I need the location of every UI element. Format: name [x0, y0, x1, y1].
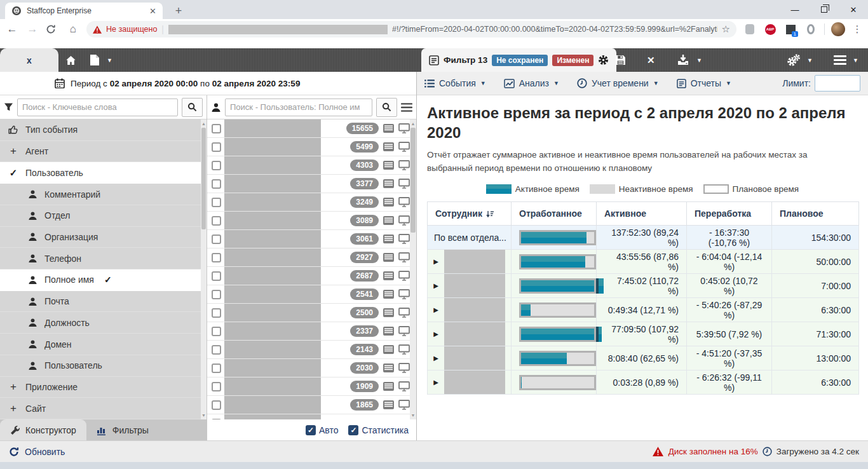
user-checkbox[interactable]	[212, 124, 221, 133]
scrollbar-thumb[interactable]	[201, 128, 206, 229]
user-row[interactable]: 2143	[207, 341, 410, 359]
address-bar[interactable]: Не защищено | #!/?timeFrom=2020-04-02T00…	[86, 21, 736, 37]
menu-item-3[interactable]: Отчеты▼	[677, 78, 731, 88]
event-list-icon[interactable]	[383, 290, 394, 299]
table-row[interactable]: ▶0:49:34 (12,71 %)- 5:40:26 (-87,29 %)6:…	[428, 298, 859, 322]
column-header-1[interactable]: Отработанное	[512, 202, 597, 226]
scroll-up-icon[interactable]: ▲	[410, 119, 416, 128]
home-icon[interactable]: ⌂	[66, 23, 80, 36]
settings-gears-icon[interactable]	[787, 48, 801, 72]
users-search-input[interactable]	[225, 99, 372, 116]
monitor-icon[interactable]	[398, 179, 410, 189]
window-restore-button[interactable]	[810, 0, 839, 19]
sidebar-item-1[interactable]: +Агент	[0, 141, 201, 163]
scrollbar-thumb[interactable]	[410, 128, 416, 233]
close-filter-icon[interactable]: ✕	[647, 48, 655, 72]
download-icon[interactable]	[677, 48, 689, 72]
monitor-icon[interactable]	[398, 381, 410, 391]
user-row[interactable]: 4303	[207, 156, 410, 175]
sort-icon[interactable]	[486, 210, 494, 218]
user-checkbox[interactable]	[212, 142, 221, 152]
window-minimize-button[interactable]: —	[780, 0, 810, 19]
period-bar[interactable]: Период с 02 апреля 2020 00:00 по 02 апре…	[0, 72, 416, 95]
user-checkbox[interactable]	[212, 400, 221, 410]
sidebar-item-13[interactable]: +Сайт	[0, 398, 201, 419]
close-panel-tab[interactable]: x	[0, 48, 58, 72]
event-list-icon[interactable]	[383, 327, 394, 336]
user-row[interactable]: 3249	[207, 193, 410, 212]
keywords-search-input[interactable]	[17, 99, 178, 116]
expand-row-icon[interactable]: ▶	[428, 355, 444, 362]
sidebar-item-2[interactable]: ✓Пользователь	[0, 162, 201, 184]
user-row[interactable]: 5499	[207, 138, 410, 156]
download-caret-icon[interactable]: ▼	[696, 48, 702, 72]
monitor-icon[interactable]	[398, 234, 410, 244]
event-list-icon[interactable]	[383, 308, 394, 317]
adblock-extension-icon[interactable]: ABP	[763, 24, 777, 35]
bookmark-star-icon[interactable]: ☆	[722, 24, 730, 35]
expand-row-icon[interactable]: ▶	[428, 306, 444, 313]
oval-extension-icon[interactable]	[804, 24, 818, 34]
filters-scrollbar[interactable]: ▲ ▼	[201, 119, 207, 419]
reload-icon[interactable]	[46, 24, 60, 34]
monitor-icon[interactable]	[398, 197, 410, 207]
limit-input[interactable]	[815, 75, 860, 92]
scroll-up-icon[interactable]: ▲	[201, 119, 207, 128]
column-header-4[interactable]: Плановое	[772, 202, 859, 226]
sidebar-item-0[interactable]: Тип события	[0, 119, 201, 141]
column-header-2[interactable]: Активное	[597, 202, 687, 226]
window-close-button[interactable]: ✕	[839, 0, 868, 19]
user-row[interactable]: 3089	[207, 212, 410, 230]
user-checkbox[interactable]	[212, 308, 221, 318]
event-list-icon[interactable]	[383, 198, 394, 207]
user-row[interactable]: 3377	[207, 175, 410, 193]
user-checkbox[interactable]	[212, 161, 221, 170]
settings-caret-icon[interactable]: ▼	[807, 48, 813, 72]
user-checkbox[interactable]	[212, 271, 221, 281]
user-checkbox[interactable]	[212, 327, 221, 336]
document-menu-caret-icon[interactable]: ▼	[107, 48, 112, 72]
sidebar-item-12[interactable]: +Приложение	[0, 377, 201, 398]
browser-tab[interactable]: Staffcop Enterprise ✕	[5, 3, 163, 19]
user-row[interactable]: 1865	[207, 396, 410, 414]
user-checkbox[interactable]	[212, 253, 221, 262]
user-row[interactable]: 2030	[207, 359, 410, 377]
table-row[interactable]: ▶7:45:02 (110,72 %)0:45:02 (10,72 %)7:00…	[428, 274, 859, 298]
sidebar-item-4[interactable]: Отдел	[0, 205, 201, 227]
expand-row-icon[interactable]: ▶	[428, 282, 444, 289]
user-row[interactable]: 15655	[207, 119, 410, 138]
user-checkbox[interactable]	[212, 198, 221, 207]
save-icon[interactable]	[615, 48, 626, 72]
extension-icon[interactable]	[743, 24, 757, 34]
user-checkbox[interactable]	[212, 234, 221, 244]
monitor-icon[interactable]	[398, 123, 410, 133]
users-list-menu-icon[interactable]	[401, 103, 412, 112]
sidebar-item-11[interactable]: Пользователь	[0, 355, 201, 377]
sidebar-item-5[interactable]: Организация	[0, 227, 201, 248]
table-row[interactable]: ▶0:03:28 (0,89 %)- 6:26:32 (-99,11 %)6:3…	[428, 370, 859, 395]
user-row[interactable]: 2687	[207, 267, 410, 285]
expand-row-icon[interactable]: ▶	[428, 330, 444, 337]
new-tab-button[interactable]: +	[170, 3, 187, 18]
users-search-button[interactable]	[376, 98, 397, 117]
auto-checkbox[interactable]: ✓Авто	[306, 425, 339, 435]
menu-item-2[interactable]: Учет времени▼	[577, 78, 659, 88]
monitor-icon[interactable]	[398, 308, 410, 318]
refresh-button[interactable]: Обновить	[9, 447, 65, 457]
users-scrollbar[interactable]: ▲ ▼	[410, 119, 416, 419]
sidebar-item-9[interactable]: Должность	[0, 312, 201, 334]
menu-item-0[interactable]: События▼	[424, 78, 486, 88]
event-list-icon[interactable]	[383, 400, 394, 409]
tab-filters[interactable]: Фильтры	[86, 419, 159, 440]
filter-tab[interactable]: Фильтр 13 Не сохранен Изменен	[421, 48, 616, 72]
user-row[interactable]: 1909	[207, 377, 410, 396]
user-row[interactable]: 2927	[207, 248, 410, 267]
user-checkbox[interactable]	[212, 364, 221, 373]
table-row-total[interactable]: По всем отдела...137:52:30 (89,24 %)- 16…	[428, 226, 859, 250]
sidebar-item-7[interactable]: Полное имя✓	[0, 269, 201, 291]
table-row[interactable]: ▶43:55:56 (87,86 %)- 6:04:04 (-12,14 %)5…	[428, 250, 859, 274]
user-checkbox[interactable]	[212, 345, 221, 355]
column-header-0[interactable]: Сотрудник	[428, 202, 512, 226]
monitor-icon[interactable]	[398, 400, 410, 410]
expand-row-icon[interactable]: ▶	[428, 379, 444, 386]
